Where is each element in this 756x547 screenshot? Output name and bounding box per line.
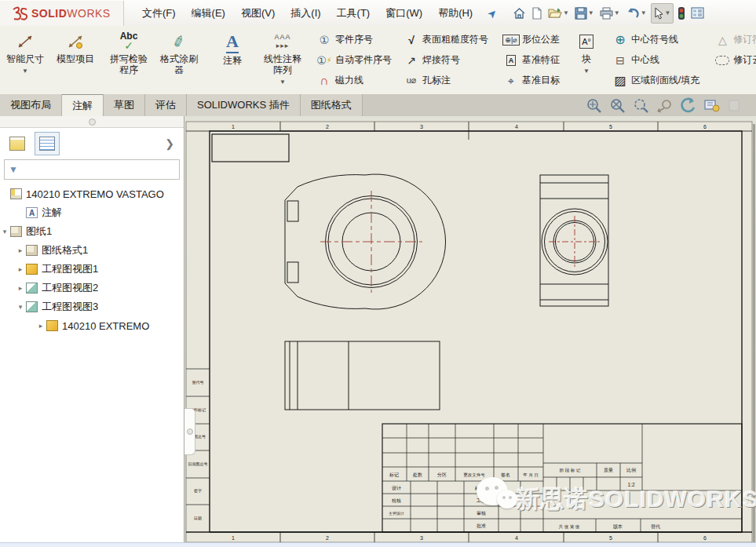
- centerline-button[interactable]: ⊟ 中心线: [610, 50, 703, 70]
- tree-item-view3-part[interactable]: ▸ 140210 EXTREMO: [0, 316, 184, 335]
- revision-group: △ 修订符号 修订云: [709, 26, 756, 94]
- tab-sketch[interactable]: 草图: [104, 94, 145, 116]
- tree-item-view3[interactable]: ▾ 工程图视图3: [0, 297, 184, 316]
- chevron-down-icon[interactable]: ▼: [665, 9, 671, 16]
- expand-arrow-icon[interactable]: ▸: [16, 265, 25, 273]
- center-mark-button[interactable]: ⊕ 中心符号线: [610, 30, 703, 49]
- tab-sheet-format[interactable]: 图纸格式: [301, 94, 363, 116]
- tab-view-layout[interactable]: 视图布局: [0, 94, 62, 116]
- zoom-to-fit-icon[interactable]: [586, 98, 602, 113]
- tab-annotation[interactable]: 注解: [62, 94, 104, 116]
- magnetic-line-button[interactable]: ∩ 磁力线: [314, 71, 395, 90]
- note-label: 注释: [223, 56, 242, 67]
- open-button[interactable]: ▼: [546, 4, 571, 23]
- model-items-button[interactable]: 模型项目: [50, 26, 100, 94]
- chevron-down-icon[interactable]: ▼: [563, 9, 569, 16]
- command-manager-ribbon: 智能尺寸 ▼ 模型项目 Abc✓ 拼写检验程序 ✐ 格式涂刷器 A 注释 A: [0, 26, 756, 95]
- chevron-down-icon[interactable]: ▼: [641, 9, 647, 16]
- area-hatch-icon: ▨: [613, 75, 627, 87]
- feature-manager-tab[interactable]: [5, 132, 30, 155]
- cursor-icon: [653, 7, 664, 20]
- traffic-light-button[interactable]: [676, 4, 687, 23]
- panel-expand-arrow-icon[interactable]: ❯: [160, 137, 179, 150]
- tab-evaluate[interactable]: 评估: [145, 94, 187, 116]
- block-button[interactable]: A° 块 ▼: [569, 26, 604, 94]
- geometric-tolerance-button[interactable]: ⊕|⌀ 形位公差: [501, 30, 563, 49]
- tree-item-view2[interactable]: ▸ 工程图视图2: [0, 279, 184, 297]
- auto-balloon-button[interactable]: ①⚡ 自动零件序号: [314, 50, 395, 70]
- datum-feature-button[interactable]: A 基准特征: [501, 50, 563, 70]
- traffic-light-icon: [677, 6, 685, 20]
- menu-file[interactable]: 文件(F): [135, 3, 183, 24]
- tree-item-view1[interactable]: ▸ 工程图视图1: [0, 260, 184, 279]
- sheet-format1-label: 图纸格式1: [42, 243, 88, 257]
- chevron-down-icon[interactable]: ▼: [279, 78, 286, 86]
- heads-up-view-toolbar: [586, 94, 756, 116]
- tree-filter-input[interactable]: ▼: [4, 159, 180, 180]
- hole-callout-button[interactable]: u⌀ 孔标注: [401, 71, 491, 90]
- tree-item-sheet-format1[interactable]: ▸ 图纸格式1: [0, 241, 184, 260]
- smart-dimension-button[interactable]: 智能尺寸 ▼: [0, 26, 50, 94]
- balloon-button[interactable]: ① 零件序号: [314, 30, 395, 49]
- menu-edit[interactable]: 编辑(E): [184, 3, 232, 24]
- select-button[interactable]: ▼: [651, 3, 674, 24]
- collapse-arrow-icon[interactable]: ▾: [0, 228, 9, 235]
- property-manager-tab[interactable]: [35, 132, 60, 155]
- zoom-to-area-icon[interactable]: [609, 98, 626, 113]
- tree-item-annotations[interactable]: A 注解: [0, 203, 184, 222]
- revision-symbol-icon: △: [715, 35, 729, 46]
- chevron-down-icon[interactable]: ▼: [22, 67, 28, 75]
- options-button[interactable]: [689, 4, 706, 23]
- geometric-tolerance-label: 形位公差: [522, 33, 560, 46]
- spell-checker-button[interactable]: Abc✓ 拼写检验程序: [104, 26, 154, 94]
- sheet-properties-icon[interactable]: [703, 98, 721, 113]
- note-icon: A: [226, 31, 239, 53]
- chevron-down-icon[interactable]: ▼: [583, 67, 590, 75]
- menu-tools[interactable]: 工具(T): [330, 3, 378, 24]
- view1-label: 工程图视图1: [42, 262, 98, 276]
- drawing-sheet[interactable]: 12 34 56 12 34 56 替代号 材料标记 底图总号 旧底图总号 签字: [184, 116, 756, 547]
- expand-arrow-icon[interactable]: ▸: [36, 322, 46, 330]
- hole-callout-icon: u⌀: [404, 76, 418, 85]
- svg-text:标记: 标记: [389, 472, 399, 478]
- tab-add-ins[interactable]: SOLIDWORKS 插件: [187, 94, 301, 116]
- format-painter-button[interactable]: ✐ 格式涂刷器: [154, 26, 204, 94]
- svg-text:分区: 分区: [437, 472, 447, 477]
- graphics-area[interactable]: 12 34 56 12 34 56 替代号 材料标记 底图总号 旧底图总号 签字: [184, 116, 756, 547]
- geometric-tolerance-icon: ⊕|⌀: [504, 35, 518, 46]
- menu-view[interactable]: 视图(V): [234, 3, 282, 24]
- area-hatch-button[interactable]: ▨ 区域剖面线/填充: [610, 71, 703, 90]
- auto-balloon-label: 自动零件序号: [335, 53, 392, 67]
- undo-button[interactable]: ▼: [624, 4, 648, 23]
- panel-splitter[interactable]: [0, 116, 184, 128]
- svg-text:工艺: 工艺: [477, 498, 486, 503]
- svg-text:审核: 审核: [477, 510, 486, 516]
- expand-arrow-icon[interactable]: ▸: [16, 284, 25, 292]
- zoom-in-out-icon[interactable]: [634, 98, 649, 113]
- surface-finish-button[interactable]: √ 表面粗糙度符号: [401, 30, 491, 49]
- tree-item-sheet1[interactable]: ▾ 图纸1: [0, 222, 184, 241]
- print-button[interactable]: ▼: [598, 4, 622, 23]
- menu-bar: SOLIDWORKS 文件(F) 编辑(E) 视图(V) 插入(I) 工具(T)…: [0, 0, 756, 27]
- chevron-down-icon[interactable]: ▼: [588, 9, 594, 16]
- redraw-icon[interactable]: [679, 97, 696, 113]
- menu-help[interactable]: 帮助(H): [431, 3, 480, 24]
- menu-insert[interactable]: 插入(I): [283, 3, 327, 24]
- note-button[interactable]: A 注释: [207, 26, 257, 94]
- collapse-arrow-icon[interactable]: ▾: [16, 303, 25, 311]
- drawing-view-icon: [26, 301, 38, 312]
- save-button[interactable]: ▼: [573, 4, 596, 23]
- datum-target-button[interactable]: ⌖ 基准目标: [501, 71, 563, 90]
- previous-view-icon[interactable]: [656, 98, 672, 113]
- weld-symbol-button[interactable]: ↗ 焊接符号: [401, 50, 491, 70]
- home-button[interactable]: [511, 4, 528, 23]
- new-document-button[interactable]: [530, 4, 544, 23]
- pin-icon[interactable]: ➤: [484, 5, 500, 21]
- revision-cloud-button[interactable]: 修订云: [712, 50, 756, 70]
- expand-arrow-icon[interactable]: ▸: [16, 246, 25, 254]
- linear-note-pattern-button[interactable]: AAA▸▸▸ 线性注释阵列 ▼: [257, 26, 308, 94]
- menu-window[interactable]: 窗口(W): [378, 3, 429, 24]
- tree-item-root[interactable]: 140210 EXTREMO VASTAGO: [0, 184, 184, 203]
- panel-collapse-handle[interactable]: [184, 408, 195, 455]
- chevron-down-icon[interactable]: ▼: [614, 9, 620, 16]
